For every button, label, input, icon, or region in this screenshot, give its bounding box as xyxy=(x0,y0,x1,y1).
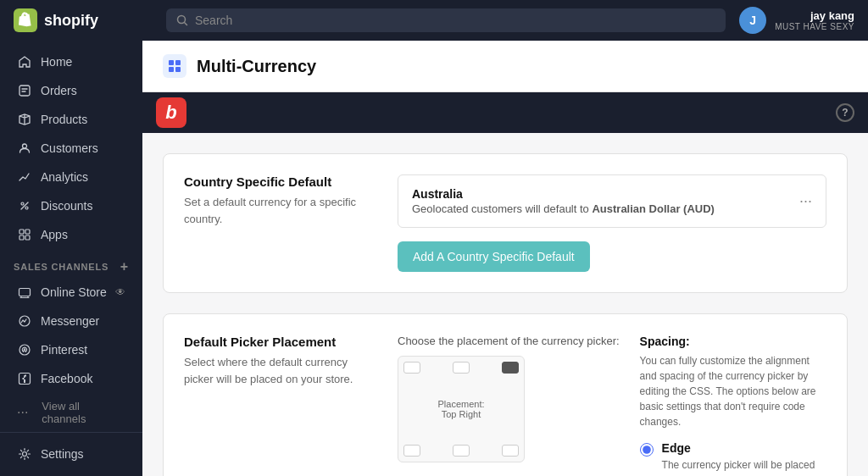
sidebar-label-apps: Apps xyxy=(41,228,68,241)
country-info: Australia Geolocated customers will defa… xyxy=(412,187,715,215)
svg-rect-16 xyxy=(175,60,181,65)
pinterest-icon xyxy=(17,342,32,357)
edge-radio[interactable] xyxy=(640,443,654,457)
country-section-desc: Country Specific Default Set a default c… xyxy=(184,174,370,272)
svg-rect-6 xyxy=(19,230,24,234)
top-right-btn[interactable] xyxy=(502,362,519,374)
svg-rect-2 xyxy=(19,86,30,96)
home-icon xyxy=(17,54,32,69)
logo-text: shopify xyxy=(44,12,98,30)
sidebar: Home Orders Products Customers Analytics xyxy=(0,41,142,476)
svg-point-4 xyxy=(21,202,24,205)
sidebar-item-settings[interactable]: Settings xyxy=(3,440,139,468)
picker-section-description: Select where the default currency picker… xyxy=(184,354,370,387)
user-menu[interactable]: J jay kang MUST HAVE SEXY xyxy=(739,7,854,34)
search-input[interactable] xyxy=(195,14,715,27)
orders-icon xyxy=(17,83,32,98)
picker-bottom-row xyxy=(398,440,524,462)
sidebar-item-products[interactable]: Products xyxy=(3,105,139,134)
user-name: jay kang xyxy=(775,9,854,22)
sidebar-label-home: Home xyxy=(41,55,72,69)
app-logo: b xyxy=(156,97,186,128)
sidebar-label-facebook: Facebook xyxy=(41,372,92,385)
country-section-heading: Country Specific Default xyxy=(184,174,370,189)
country-currency: Australian Dollar (AUD) xyxy=(592,202,714,215)
country-sub-prefix: Geolocated customers will default to xyxy=(412,202,592,215)
online-store-icon xyxy=(17,285,32,300)
sales-channels-section: SALES CHANNELS + xyxy=(0,249,142,278)
bottom-center-btn[interactable] xyxy=(453,445,470,457)
radio-group: Edge The currency picker will be placed … xyxy=(640,441,826,476)
country-row: Australia Geolocated customers will defa… xyxy=(398,174,826,228)
edge-label: Edge The currency picker will be placed … xyxy=(662,441,826,476)
sidebar-label-pinterest: Pinterest xyxy=(41,343,87,357)
messenger-icon xyxy=(17,313,32,329)
more-options-button[interactable]: ··· xyxy=(799,192,812,210)
picker-layout: Choose the placement of the currency pic… xyxy=(398,335,826,476)
top-center-btn[interactable] xyxy=(453,362,470,374)
settings-icon xyxy=(17,446,32,462)
radio-item-edge: Edge The currency picker will be placed … xyxy=(640,441,826,476)
sidebar-item-analytics[interactable]: Analytics xyxy=(3,163,139,191)
country-section-content: Australia Geolocated customers will defa… xyxy=(398,174,826,272)
svg-point-5 xyxy=(25,207,28,209)
bottom-left-btn[interactable] xyxy=(403,445,420,457)
topbar: shopify J jay kang MUST HAVE SEXY xyxy=(0,0,868,41)
app-banner: b ? xyxy=(142,92,868,133)
facebook-icon xyxy=(17,371,32,386)
customers-icon xyxy=(17,141,32,156)
spacing-section: Spacing: You can fully customize the ali… xyxy=(640,335,826,476)
sidebar-label-products: Products xyxy=(41,113,87,126)
svg-rect-15 xyxy=(169,60,174,65)
sidebar-label-orders: Orders xyxy=(41,84,77,97)
sidebar-label-online-store: Online Store xyxy=(41,285,107,299)
picker-center: Placement: Top Right xyxy=(398,379,524,440)
svg-rect-8 xyxy=(19,235,24,240)
bottom-right-btn[interactable] xyxy=(502,445,519,457)
add-sales-channel-button[interactable]: + xyxy=(120,259,129,274)
top-left-btn[interactable] xyxy=(403,362,420,374)
analytics-icon xyxy=(17,169,32,185)
page-title: Multi-Currency xyxy=(197,57,316,76)
user-subtitle: MUST HAVE SEXY xyxy=(775,22,854,31)
sidebar-item-apps[interactable]: Apps xyxy=(3,220,139,249)
search-icon xyxy=(176,14,188,26)
products-icon xyxy=(17,112,32,127)
sidebar-item-pinterest[interactable]: Pinterest xyxy=(3,335,139,364)
sidebar-item-facebook[interactable]: Facebook xyxy=(3,364,139,393)
picker-visual: Placement: Top Right xyxy=(398,356,525,462)
placement-value: Top Right xyxy=(409,409,514,419)
sidebar-label-customers: Customers xyxy=(41,141,98,155)
country-section-description: Set a default currency for a specific co… xyxy=(184,194,370,227)
sidebar-item-home[interactable]: Home xyxy=(3,47,139,76)
picker-section-desc: Default Picker Placement Select where th… xyxy=(184,335,370,476)
svg-rect-18 xyxy=(175,67,181,72)
spacing-description: You can fully customize the alignment an… xyxy=(640,353,826,429)
sidebar-label-messenger: Messenger xyxy=(41,314,99,328)
svg-rect-17 xyxy=(169,67,174,72)
sidebar-item-customers[interactable]: Customers xyxy=(3,134,139,163)
search-bar[interactable] xyxy=(166,8,726,32)
sidebar-item-discounts[interactable]: Discounts xyxy=(3,191,139,220)
country-section-card: Country Specific Default Set a default c… xyxy=(163,153,848,293)
main-content: Multi-Currency b ? Country Specific Defa… xyxy=(142,41,868,476)
sidebar-label-analytics: Analytics xyxy=(41,170,88,184)
svg-point-12 xyxy=(19,345,30,355)
country-sub: Geolocated customers will default to Aus… xyxy=(412,202,715,215)
avatar: J xyxy=(739,7,766,34)
picker-section-card: Default Picker Placement Select where th… xyxy=(163,313,848,476)
sidebar-item-orders[interactable]: Orders xyxy=(3,76,139,105)
sidebar-item-messenger[interactable]: Messenger xyxy=(3,307,139,335)
sidebar-item-online-store[interactable]: Online Store 👁 xyxy=(3,278,139,307)
help-button[interactable]: ? xyxy=(836,103,854,122)
add-country-default-button[interactable]: Add A Country Specific Default xyxy=(398,241,590,272)
user-info: jay kang MUST HAVE SEXY xyxy=(775,9,854,31)
choose-placement-label: Choose the placement of the currency pic… xyxy=(398,335,620,347)
picker-top-row xyxy=(398,357,524,379)
view-all-channels[interactable]: ··· View all channels xyxy=(3,393,139,432)
apps-icon xyxy=(17,227,32,242)
shopify-logo: shopify xyxy=(14,8,156,32)
content-area: Country Specific Default Set a default c… xyxy=(142,133,868,476)
eye-icon[interactable]: 👁 xyxy=(115,286,125,298)
country-name: Australia xyxy=(412,187,715,201)
